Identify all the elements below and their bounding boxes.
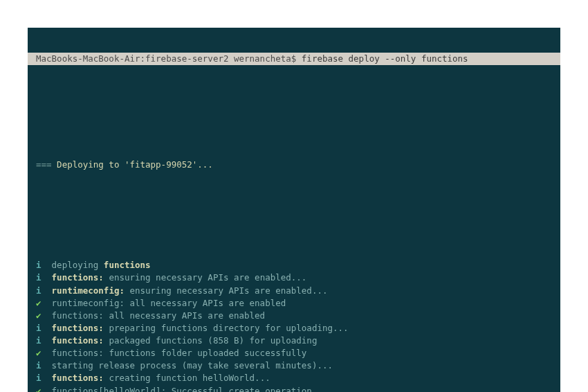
log-bold: functions: — [52, 335, 104, 346]
log-bold: functions: — [52, 373, 104, 383]
log-text: functions: functions folder uploaded suc… — [52, 348, 307, 358]
log-bold: runtimeconfig: — [52, 285, 125, 296]
log-text: functions[helloWorld]: Successful create… — [52, 386, 318, 393]
log-line: ✔ functions[helloWorld]: Successful crea… — [36, 385, 552, 393]
log-text: runtimeconfig: all necessary APIs are en… — [52, 298, 286, 308]
log-line: i functions: preparing functions directo… — [36, 322, 552, 335]
deploying-text: Deploying to 'fitapp-99052'... — [57, 159, 213, 170]
check-icon: ✔ — [36, 310, 42, 321]
info-icon: i — [36, 272, 42, 283]
deploying-line: === Deploying to 'fitapp-99052'... — [36, 159, 552, 171]
log-line: i starting release process (may take sev… — [36, 359, 552, 372]
log-text: packaged functions (858 B) for uploading — [104, 335, 318, 346]
info-icon: i — [36, 335, 42, 346]
prompt-command: firebase deploy --only functions — [302, 53, 468, 64]
log-line: i deploying functions — [36, 259, 552, 271]
check-icon: ✔ — [36, 348, 42, 358]
log-line: i functions: packaged functions (858 B) … — [36, 335, 552, 347]
log-line: i functions: ensuring necessary APIs are… — [36, 271, 552, 284]
info-icon: i — [36, 373, 42, 383]
info-icon: i — [36, 260, 42, 270]
log-text: ensuring necessary APIs are enabled... — [104, 272, 307, 283]
terminal-window: MacBooks-MacBook-Air:firebase-server2 we… — [28, 28, 560, 392]
log-line: i functions: creating function helloWorl… — [36, 372, 552, 384]
log-text: starting release process (may take sever… — [52, 360, 333, 371]
prompt-path: firebase-server2 — [145, 53, 228, 64]
blank-line — [36, 209, 552, 222]
info-icon: i — [36, 285, 42, 296]
log-text: creating function helloWorld... — [104, 373, 270, 383]
prompt-line: MacBooks-MacBook-Air:firebase-server2 we… — [28, 53, 560, 65]
log-prefix: deploying — [52, 260, 104, 270]
log-bold: functions: — [52, 272, 104, 283]
blank-line — [36, 109, 552, 121]
log-text: ensuring necessary APIs are enabled... — [125, 285, 328, 296]
log-bold: functions — [104, 260, 151, 270]
log-text: functions: all necessary APIs are enable… — [52, 310, 266, 321]
log-line: i runtimeconfig: ensuring necessary APIs… — [36, 285, 552, 297]
log-text: preparing functions directory for upload… — [104, 323, 349, 333]
log-line: ✔ runtimeconfig: all necessary APIs are … — [36, 297, 552, 310]
log-line: ✔ functions: functions folder uploaded s… — [36, 347, 552, 359]
info-icon: i — [36, 360, 42, 371]
log-lines: i deploying functionsi functions: ensuri… — [36, 259, 552, 392]
check-icon: ✔ — [36, 298, 42, 308]
check-icon: ✔ — [36, 386, 42, 393]
info-icon: i — [36, 323, 42, 333]
equals-icon: === — [36, 159, 52, 170]
prompt-user: wernancheta$ — [228, 53, 301, 64]
log-line: ✔ functions: all necessary APIs are enab… — [36, 310, 552, 322]
log-bold: functions: — [52, 323, 104, 333]
prompt-host: MacBooks-MacBook-Air: — [36, 53, 145, 64]
